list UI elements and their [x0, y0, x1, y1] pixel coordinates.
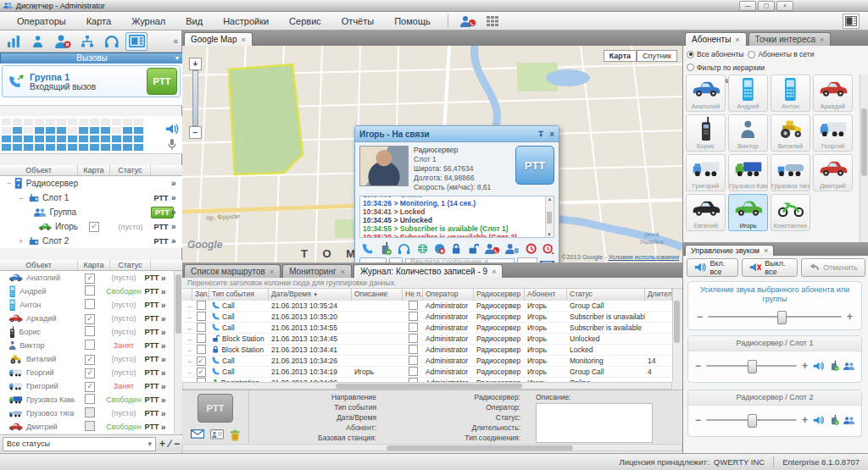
map-checkbox[interactable]: ✓ [85, 314, 95, 324]
offline-row-Дмитрий[interactable]: Дмитрий Свободен PTT » [0, 420, 174, 434]
collapse-panel-icon[interactable]: « [173, 36, 178, 46]
close-tab-icon[interactable]: × [241, 36, 245, 44]
journal-row[interactable]: → Call 21.06.2013 10:34:55 Administrator… [182, 323, 672, 334]
contact-card-Грузовоз Камаз[interactable]: Грузовоз Камаз [728, 154, 768, 191]
remove-filter-button[interactable]: − [174, 438, 180, 450]
journal-row[interactable]: → ✓ Call 21.06.2013 10:34:26 Administrat… [182, 356, 672, 367]
map-checkbox[interactable] [85, 340, 95, 350]
detail-hscrollbar[interactable] [182, 444, 682, 451]
row-ptt-button[interactable]: PTT [142, 355, 161, 363]
call-icon[interactable] [362, 243, 373, 254]
menu-4[interactable]: Настройки [213, 14, 279, 29]
contact-card-Дмитрий[interactable]: Дмитрий [813, 154, 853, 191]
map-checkbox[interactable]: ✓ [85, 274, 95, 284]
map-canvas[interactable]: Карта Спутник + − Т О М С К рекаУшайка п… [182, 46, 682, 263]
unread-checkbox[interactable] [409, 301, 418, 310]
journal-hscrollbar[interactable] [182, 382, 672, 390]
gain-minus[interactable]: − [697, 311, 703, 323]
unread-checkbox[interactable] [409, 312, 418, 321]
radio-ok-icon[interactable] [379, 242, 392, 255]
row-expand-chevron[interactable]: » [161, 301, 171, 310]
map-checkbox[interactable]: ✓ [85, 368, 95, 379]
tab-2[interactable]: Журнал: Количество записей - 9× [353, 264, 504, 278]
popup-titlebar[interactable]: Игорь - На связи × [355, 126, 559, 142]
row-ptt-button[interactable]: PTT [142, 301, 161, 309]
row-ptt-button[interactable]: PTT [142, 395, 161, 404]
offline-row-Георгий[interactable]: Георгий ✓ (пусто) PTT » [0, 366, 174, 379]
map-zoom-out-button[interactable]: − [189, 126, 202, 139]
row-ptt-button[interactable]: PTT [142, 341, 161, 350]
journal-col-5[interactable]: Не п... [403, 289, 423, 301]
row-expand-chevron[interactable]: » [171, 236, 182, 246]
layout-panel-icon[interactable] [843, 14, 860, 29]
journal-row[interactable]: → Block Station 21.06.2013 10:34:45 Admi… [182, 334, 672, 345]
mail-icon[interactable] [191, 429, 204, 441]
contact-card-Георгий[interactable]: Георгий [813, 114, 853, 152]
map-zoom-in-button[interactable]: + [189, 58, 202, 70]
contact-card-Виталий[interactable]: Виталий [771, 114, 810, 152]
row-expand-chevron[interactable]: » [161, 409, 171, 418]
menu-0[interactable]: Операторы [7, 14, 76, 29]
slot2-minus[interactable]: − [695, 414, 701, 426]
record-checkbox[interactable]: ✓ [197, 368, 206, 377]
keypad-grid-icon[interactable] [486, 15, 499, 27]
offline-row-Антон[interactable]: Антон (пусто) PTT » [0, 298, 174, 312]
slot2-slider[interactable] [706, 419, 797, 421]
row-expand-chevron[interactable]: » [161, 314, 171, 323]
journal-col-0[interactable] [182, 289, 192, 301]
unlock-icon[interactable] [468, 243, 479, 254]
row-ptt-button[interactable]: PTT [151, 194, 171, 202]
row-expand-chevron[interactable]: » [171, 179, 182, 188]
unread-checkbox[interactable] [409, 356, 418, 365]
all-sound-off-button[interactable]: Выкл. все [742, 258, 798, 277]
row-expand-chevron[interactable]: » [161, 355, 171, 364]
record-checkbox[interactable] [197, 301, 206, 310]
row-expand-chevron[interactable]: » [171, 193, 182, 202]
online-row-Радиосервер[interactable]: −Радиосервер » [0, 176, 182, 191]
menu-2[interactable]: Журнал [121, 14, 175, 29]
headphones-icon[interactable] [398, 243, 410, 254]
map-checkbox[interactable]: ✓ [85, 382, 95, 392]
map-checkbox[interactable] [85, 285, 95, 296]
offline-row-Виктор[interactable]: Виктор Занят PTT » [0, 339, 174, 352]
trash-icon[interactable] [230, 429, 241, 441]
journal-row[interactable]: → Block Station 21.06.2013 10:34:41 Admi… [182, 345, 672, 356]
journal-col-4[interactable]: Описание [352, 289, 403, 301]
record-checkbox[interactable] [197, 312, 206, 321]
contact-card-Антон[interactable]: Антон [771, 75, 810, 112]
contact-card-Игорь[interactable]: Игорь [728, 194, 768, 231]
group-call-icon[interactable] [485, 243, 499, 254]
contact-card-Анатолий[interactable]: Анатолий [686, 75, 726, 112]
journal-row[interactable]: → ✓ Call 21.06.2013 10:34:19 Игорь Admin… [182, 367, 672, 378]
record-checkbox[interactable]: ✓ [197, 357, 206, 366]
speaker-icon[interactable] [165, 124, 179, 135]
slot1-minus[interactable]: − [695, 360, 701, 372]
map-checkbox[interactable] [85, 299, 95, 309]
all-sound-on-button[interactable]: Вкл. все [687, 258, 738, 277]
tab-0[interactable]: Список маршрутов× [184, 264, 281, 278]
contact-card-Константин[interactable]: Константин [771, 194, 810, 231]
menu-5[interactable]: Сервис [279, 14, 331, 29]
filter-Все абоненты[interactable]: Все абоненты [687, 48, 743, 60]
maximize-button[interactable]: ▢ [758, 1, 775, 11]
hierarchy-icon[interactable] [76, 32, 98, 51]
row-expand-chevron[interactable]: » [171, 222, 182, 231]
map-type-map-button[interactable]: Карта [604, 50, 637, 62]
row-ptt-button[interactable]: PTT [142, 423, 161, 431]
contact-card-Аркадий[interactable]: Аркадий [813, 75, 853, 112]
popup-event-log[interactable]: 10:34:06 > Online10:34:26 > Monitoring, … [359, 196, 554, 238]
map-zoom-slider[interactable] [192, 70, 198, 126]
row-expand-chevron[interactable]: » [171, 207, 182, 217]
row-ptt-button[interactable]: PTT [151, 223, 171, 231]
online-row-Слот 2[interactable]: +Слот 2 PTT » [0, 234, 182, 248]
unread-checkbox[interactable] [409, 323, 418, 332]
journal-table-header[interactable]: Зап...Тип событияДата/Время ▼ОписаниеНе … [182, 289, 672, 301]
row-ptt-button[interactable]: PTT [151, 237, 171, 246]
journal-col-7[interactable]: Радиосервер [474, 289, 525, 301]
cancel-sound-button[interactable]: Отменить [801, 258, 865, 277]
slot1-slider[interactable] [706, 365, 797, 367]
row-expand-chevron[interactable]: » [161, 287, 171, 296]
contact-card-Евгений[interactable]: Евгений [686, 194, 726, 231]
popup-close-icon[interactable]: × [549, 130, 554, 139]
offline-row-Анатолий[interactable]: Анатолий ✓ (пусто) PTT » [0, 271, 174, 285]
